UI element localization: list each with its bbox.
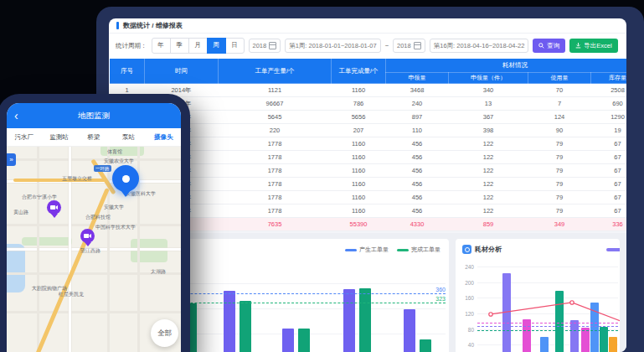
table-cell: 1778 — [219, 178, 332, 191]
table-cell: 456 — [386, 204, 449, 218]
table-cell: 897 — [386, 111, 449, 124]
table-cell: 1290 — [591, 111, 627, 124]
table-cell: 79 — [528, 191, 591, 204]
table-row[interactable]: 12014年112111603468340702508 — [110, 84, 627, 97]
table-cell: 122 — [449, 178, 528, 191]
table-cell: 2508 — [591, 84, 627, 97]
start-week-input[interactable]: 第1周: 2018-01-01~2018-01-07 — [285, 39, 380, 53]
breadcrumb-text: 数据统计 / 维修报表 — [123, 21, 183, 30]
table-cell: 19 — [591, 124, 627, 137]
legend-line-swatch — [397, 249, 409, 251]
legend-line-swatch — [345, 249, 357, 251]
table-cell: 1160 — [332, 151, 386, 164]
table-cell: 5656 — [332, 111, 386, 124]
table-cell: 456 — [386, 191, 449, 204]
table-cell: 96667 — [219, 97, 332, 111]
table-cell: 79 — [528, 164, 591, 178]
table-cell: 7 — [528, 97, 591, 111]
period-segmented-control: 年季月周日 — [152, 38, 245, 54]
camera-pin[interactable] — [80, 229, 95, 243]
table-cell: 1778 — [219, 137, 332, 151]
col-header: 序号 — [110, 59, 145, 84]
filter-bar: 统计周期： 年季月周日 2018 第1周: 2018-01-01~2018-01… — [109, 34, 626, 58]
map-label: 望江西路 — [80, 247, 100, 255]
calendar-icon — [269, 42, 276, 49]
consumables-bar-chart — [477, 262, 618, 352]
col-header: 工单完成量/个 — [332, 59, 386, 84]
markline-value: 323 — [435, 296, 446, 302]
map-label: 太湖路 — [151, 268, 166, 276]
table-cell: 1778 — [219, 151, 332, 164]
camera-pin[interactable] — [47, 200, 61, 215]
table-cell: 79 — [528, 137, 591, 151]
query-button[interactable]: 查询 — [533, 39, 565, 53]
period-option-年[interactable]: 年 — [152, 38, 171, 54]
phone-tab-桥梁[interactable]: 桥梁 — [76, 133, 111, 142]
y-tick-label: 40 — [457, 342, 474, 348]
y-tick-label: 200 — [457, 280, 474, 286]
bar-generated — [224, 291, 235, 352]
trend-line — [477, 262, 620, 352]
road-badge: 一环路 — [94, 165, 111, 172]
table-cell: 786 — [332, 97, 386, 111]
bar-generated — [343, 289, 355, 352]
sub-col-header: 库存量 — [591, 73, 627, 84]
table-cell: 1778 — [219, 204, 332, 218]
chart-legend: 产生工单量完成工单量 — [345, 246, 440, 254]
table-cell: 79 — [528, 151, 591, 164]
table-cell: 456 — [386, 164, 449, 178]
calendar-icon — [414, 42, 421, 49]
period-option-季[interactable]: 季 — [170, 38, 189, 54]
back-icon[interactable]: ‹ — [14, 110, 18, 122]
table-cell: 340 — [449, 84, 528, 97]
drawer-toggle-icon[interactable]: » — [7, 153, 16, 166]
table-cell: 456 — [386, 137, 449, 151]
camera-icon — [84, 233, 91, 239]
markline-value: 360 — [435, 287, 446, 292]
table-cell: 13 — [449, 97, 528, 111]
summary-cell: 7635 — [219, 218, 332, 231]
map-view[interactable]: 一环路 体育馆安徽农业大学五里墩立交桥合肥市宁溪小学安徽医科大学安徽大学黄山路合… — [7, 147, 181, 352]
table-cell: 1160 — [332, 191, 386, 204]
legend-swatch — [606, 248, 620, 251]
bar-completed — [420, 339, 431, 352]
map-highway — [35, 188, 110, 352]
bar-completed — [359, 288, 371, 352]
start-year-select[interactable]: 2018 — [249, 39, 281, 53]
legend-item[interactable]: 完成工单量 — [397, 246, 440, 254]
map-label: 中国科学技术大学 — [95, 224, 136, 231]
map-label: 安徽农业大学 — [104, 158, 134, 165]
map-highway — [13, 179, 107, 182]
export-excel-button[interactable]: 导出Excel — [569, 39, 617, 53]
map-park — [22, 237, 72, 246]
bar-generated — [404, 309, 415, 352]
table-cell: 456 — [386, 151, 449, 164]
table-cell: 67 — [591, 137, 627, 151]
summary-cell: 55390 — [332, 218, 386, 231]
map-label: 红星美凯龙 — [59, 291, 84, 298]
period-option-月[interactable]: 月 — [188, 38, 208, 54]
end-year-select[interactable]: 2018 — [393, 39, 425, 53]
phone-tab-污水厂[interactable]: 污水厂 — [7, 133, 42, 142]
show-all-button[interactable]: 全部 — [151, 319, 178, 347]
y-tick-label: 120 — [457, 311, 474, 317]
table-cell: 1160 — [332, 178, 386, 191]
table-cell: 220 — [219, 124, 332, 137]
table-cell: 240 — [386, 97, 449, 111]
sub-col-header: 申领量 — [386, 73, 449, 84]
col-header: 工单产生量/个 — [219, 59, 332, 84]
phone-tab-摄像头[interactable]: 摄像头 — [146, 133, 181, 142]
selected-camera-pin[interactable] — [112, 165, 139, 192]
table-cell: 90 — [528, 124, 591, 137]
table-cell: 122 — [449, 164, 528, 178]
period-option-周[interactable]: 周 — [207, 38, 226, 54]
end-week-input[interactable]: 第16周: 2018-04-16~2018-04-22 — [430, 39, 529, 53]
phone-tab-泵站[interactable]: 泵站 — [111, 133, 147, 142]
legend-item[interactable]: 产生工单量 — [345, 246, 389, 254]
y-tick-label: 160 — [457, 295, 474, 301]
phone-tab-监测站[interactable]: 监测站 — [42, 133, 77, 142]
group-header: 耗材情况 — [386, 59, 627, 73]
period-option-日[interactable]: 日 — [225, 38, 245, 54]
map-label: 安徽大学 — [104, 204, 124, 211]
table-cell: 1778 — [219, 191, 332, 204]
